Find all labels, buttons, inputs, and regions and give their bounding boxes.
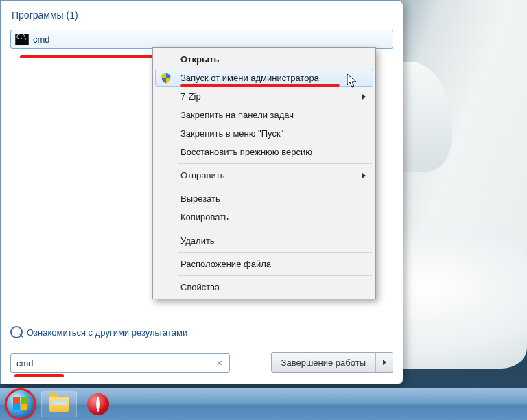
menu-item-label: Открыть [180, 54, 219, 65]
start-button[interactable] [4, 390, 37, 418]
menu-item-properties[interactable]: Свойства [155, 278, 373, 296]
menu-item-label: Вырезать [180, 194, 220, 204]
submenu-arrow-icon [362, 173, 366, 178]
annotation-underline [20, 55, 159, 58]
shutdown-menu-arrow-icon[interactable] [376, 353, 393, 372]
see-more-label: Ознакомиться с другими результатами [27, 327, 187, 338]
menu-item-send-to[interactable]: Отправить [155, 166, 373, 185]
menu-separator [178, 252, 372, 253]
opera-icon [87, 393, 109, 415]
search-input[interactable] [15, 358, 214, 369]
menu-item-copy[interactable]: Копировать [155, 208, 373, 226]
blank-icon [156, 88, 176, 105]
menu-item-label: Свойства [180, 282, 220, 292]
menu-item-run-as-admin[interactable]: Запуск от имени администратора [155, 69, 373, 87]
menu-item-delete[interactable]: Удалить [155, 231, 373, 250]
menu-item-label: Закрепить в меню "Пуск" [180, 128, 283, 139]
menu-separator [178, 187, 372, 187]
blank-icon [156, 167, 176, 184]
menu-separator [178, 163, 372, 164]
blank-icon [156, 51, 176, 68]
menu-item-7zip[interactable]: 7-Zip [155, 87, 373, 106]
search-icon [10, 326, 23, 338]
taskbar [0, 388, 527, 420]
blank-icon [156, 209, 176, 226]
divider [9, 25, 395, 25]
blank-icon [156, 279, 176, 296]
menu-item-pin-taskbar[interactable]: Закрепить на панели задач [155, 106, 373, 124]
menu-item-restore-previous[interactable]: Восстановить прежнюю версию [155, 143, 373, 161]
start-orb-icon [7, 390, 34, 418]
file-explorer-icon [49, 397, 69, 412]
blank-icon [156, 143, 176, 161]
clear-search-icon[interactable]: × [214, 358, 225, 369]
uac-shield-icon [156, 69, 176, 86]
menu-item-label: Запуск от имени администратора [180, 73, 319, 83]
menu-separator [178, 275, 372, 276]
search-result-cmd[interactable]: cmd [10, 30, 393, 49]
annotation-underline [14, 374, 64, 377]
menu-item-label: 7-Zip [180, 91, 201, 102]
menu-item-open-file-location[interactable]: Расположение файла [155, 255, 373, 273]
shutdown-button[interactable]: Завершение работы [271, 352, 393, 373]
menu-item-label: Расположение файла [180, 259, 271, 269]
menu-item-label: Удалить [180, 235, 215, 246]
menu-item-cut[interactable]: Вырезать [155, 189, 373, 208]
blank-icon [156, 190, 176, 207]
taskbar-item-explorer[interactable] [41, 391, 77, 417]
menu-item-pin-start[interactable]: Закрепить в меню "Пуск" [155, 124, 373, 143]
context-menu: Открыть Запуск от имени администратора 7… [152, 47, 376, 299]
menu-item-label: Закрепить на панели задач [180, 110, 294, 120]
section-header-programs: Программы (1) [10, 8, 393, 25]
search-input-wrap[interactable]: × [10, 353, 230, 373]
menu-separator [178, 229, 372, 229]
blank-icon [156, 232, 176, 249]
shutdown-label: Завершение работы [272, 353, 376, 372]
menu-item-label: Отправить [180, 170, 224, 180]
blank-icon [156, 255, 176, 272]
windows-logo-icon [13, 397, 28, 411]
menu-item-label: Копировать [180, 212, 229, 222]
submenu-arrow-icon [362, 94, 366, 100]
menu-item-label: Восстановить прежнюю версию [180, 147, 312, 157]
cmd-icon [15, 34, 29, 45]
blank-icon [156, 106, 176, 124]
menu-item-open[interactable]: Открыть [155, 50, 373, 69]
see-more-results-link[interactable]: Ознакомиться с другими результатами [10, 326, 187, 338]
search-result-label: cmd [33, 34, 50, 45]
blank-icon [156, 125, 176, 142]
taskbar-item-opera[interactable] [81, 392, 115, 417]
mouse-cursor-icon [347, 73, 359, 92]
